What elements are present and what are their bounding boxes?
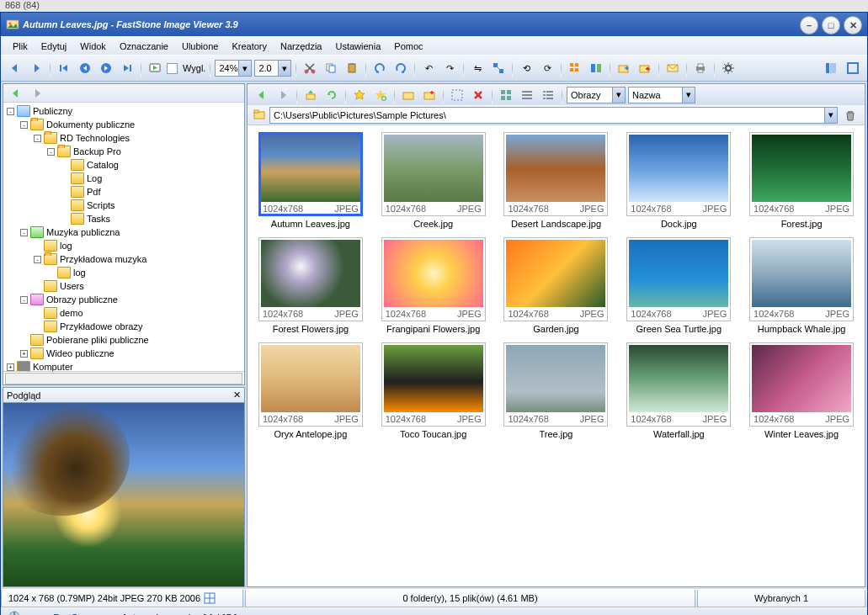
rotate2-button[interactable]: ⟲ [517, 59, 535, 77]
thumbnail[interactable]: 1024x768JPEGGarden.jpg [500, 237, 613, 334]
copy-button[interactable] [322, 59, 340, 77]
fullscreen-button[interactable] [844, 59, 862, 77]
layout1-button[interactable] [822, 59, 840, 77]
skip-last-button[interactable] [118, 59, 136, 77]
thumbnail[interactable]: 1024x768JPEGToco Toucan.jpg [377, 342, 490, 439]
path-combo[interactable]: C:\Users\Public\Pictures\Sample Pictures… [269, 107, 838, 124]
tree-node[interactable]: -Backup Pro [5, 145, 244, 158]
tree-node[interactable]: Przykładowe obrazy [5, 320, 244, 333]
prev-button[interactable] [76, 59, 94, 77]
thumbnail[interactable]: 1024x768JPEGDock.jpg [622, 132, 735, 229]
rotate-right-button[interactable]: ↷ [440, 59, 459, 77]
tree-scrollbar[interactable] [5, 373, 242, 384]
delay-combo[interactable]: 2.0▾ [254, 60, 291, 77]
maximize-button[interactable]: □ [822, 16, 840, 34]
tree-node[interactable]: -Obrazy publiczne [5, 293, 244, 306]
tree-node[interactable]: Log [5, 172, 244, 185]
refresh-button[interactable] [322, 86, 341, 104]
trash-button[interactable] [841, 106, 860, 125]
openfolder-button[interactable] [399, 86, 418, 104]
thumbnail[interactable]: 1024x768JPEGWaterfall.jpg [622, 342, 735, 439]
favorite-button[interactable] [350, 86, 369, 104]
slideshow-button[interactable] [146, 59, 164, 77]
thumbnail[interactable]: 1024x768JPEGForest.jpg [745, 132, 858, 229]
thumbnail[interactable]: 1024x768JPEGGreen Sea Turtle.jpg [622, 237, 735, 334]
settings-button[interactable] [719, 59, 738, 77]
next-button[interactable] [97, 59, 115, 77]
view-detail-button[interactable] [539, 86, 557, 104]
tree-node[interactable]: -Przykładowa muzyka [5, 252, 244, 266]
tree-node[interactable]: Users [5, 279, 244, 293]
tree-node[interactable]: -RD Technologies [5, 131, 244, 145]
nav-fwd-button[interactable] [274, 86, 292, 104]
view-list-button[interactable] [518, 86, 536, 104]
nav-back-button[interactable] [253, 86, 271, 104]
preview-close-button[interactable]: ✕ [233, 390, 241, 400]
thumbnail[interactable]: 1024x768JPEGOryx Antelope.jpg [254, 342, 367, 439]
tree-node[interactable]: -Dokumenty publiczne [5, 118, 244, 131]
back-button[interactable] [6, 59, 24, 77]
sort-combo[interactable]: Nazwa▾ [628, 87, 695, 103]
zoom-combo[interactable]: 24%▾ [215, 60, 252, 77]
menu-ustawienia[interactable]: Ustawienia [329, 40, 388, 53]
collapse-icon[interactable]: - [20, 121, 28, 129]
tree-node[interactable]: +Wideo publiczne [5, 347, 244, 360]
collapse-icon[interactable]: - [47, 148, 55, 156]
undo-button[interactable] [370, 59, 389, 77]
minimize-button[interactable]: – [800, 16, 818, 34]
resize-button[interactable] [489, 59, 508, 77]
tree-forward-button[interactable] [28, 84, 46, 103]
collapse-icon[interactable]: - [34, 256, 41, 263]
tree-node[interactable]: log [5, 239, 244, 252]
menu-widok[interactable]: Widok [73, 40, 113, 53]
thumbnail[interactable]: 1024x768JPEGTree.jpg [500, 342, 613, 439]
menu-plik[interactable]: Plik [6, 40, 35, 53]
thumbnail[interactable]: 1024x768JPEGDesert Landscape.jpg [500, 132, 613, 229]
collapse-icon[interactable]: - [20, 296, 28, 304]
copyfolder-button[interactable] [636, 59, 654, 77]
cut-button[interactable] [301, 59, 319, 77]
website-link[interactable]: www.FastStone.org [31, 612, 111, 616]
email-button[interactable] [663, 59, 682, 77]
preview-panel[interactable] [3, 402, 245, 587]
redo-button[interactable] [391, 59, 410, 77]
tree-node[interactable]: Tasks [5, 212, 244, 225]
thumbnail[interactable]: 1024x768JPEGFrangipani Flowers.jpg [377, 237, 490, 334]
menu-kreatory[interactable]: Kreatory [225, 40, 274, 53]
thumbnail[interactable]: 1024x768JPEGWinter Leaves.jpg [745, 342, 858, 439]
tree-node[interactable]: -Publiczny [5, 104, 244, 118]
expand-icon[interactable]: + [20, 350, 28, 358]
folder-tree[interactable]: -Publiczny-Dokumenty publiczne-RD Techno… [3, 103, 244, 371]
tree-node[interactable]: Scripts [5, 199, 244, 212]
rotate-left-button[interactable]: ↶ [419, 59, 438, 77]
tree-node[interactable]: +Komputer [5, 360, 244, 371]
tree-back-button[interactable] [7, 84, 25, 103]
collapse-icon[interactable]: - [34, 135, 41, 142]
menu-oznaczanie[interactable]: Oznaczanie [113, 40, 175, 53]
forward-button[interactable] [27, 59, 45, 77]
tree-node[interactable]: Pdf [5, 185, 244, 199]
print-button[interactable] [691, 59, 710, 77]
select-all-button[interactable] [448, 86, 466, 104]
movefolder-button[interactable] [615, 59, 633, 77]
thumbnail[interactable]: 1024x768JPEGCreek.jpg [377, 132, 490, 229]
grid-button[interactable] [566, 59, 584, 77]
skip-first-button[interactable] [55, 59, 73, 77]
collapse-icon[interactable]: - [20, 229, 28, 236]
tree-node[interactable]: log [5, 266, 244, 279]
view-checkbox[interactable] [167, 63, 178, 74]
menu-edytuj[interactable]: Edytuj [35, 40, 74, 53]
up-button[interactable] [301, 86, 320, 104]
tree-node[interactable]: Pobierane pliki publiczne [5, 333, 244, 347]
expand-icon[interactable]: + [7, 363, 14, 371]
close-button[interactable]: ✕ [844, 16, 862, 34]
newfolder-button[interactable] [420, 86, 439, 104]
thumbnail[interactable]: 1024x768JPEGForest Flowers.jpg [254, 237, 367, 334]
delete-button[interactable] [469, 86, 487, 104]
filter-combo[interactable]: Obrazy▾ [567, 87, 626, 103]
menu-pomoc[interactable]: Pomoc [387, 40, 429, 53]
add-fav-button[interactable] [371, 86, 390, 104]
flip-button[interactable]: ⇋ [468, 59, 487, 77]
paste-button[interactable] [343, 59, 361, 77]
tree-node[interactable]: demo [5, 306, 244, 320]
